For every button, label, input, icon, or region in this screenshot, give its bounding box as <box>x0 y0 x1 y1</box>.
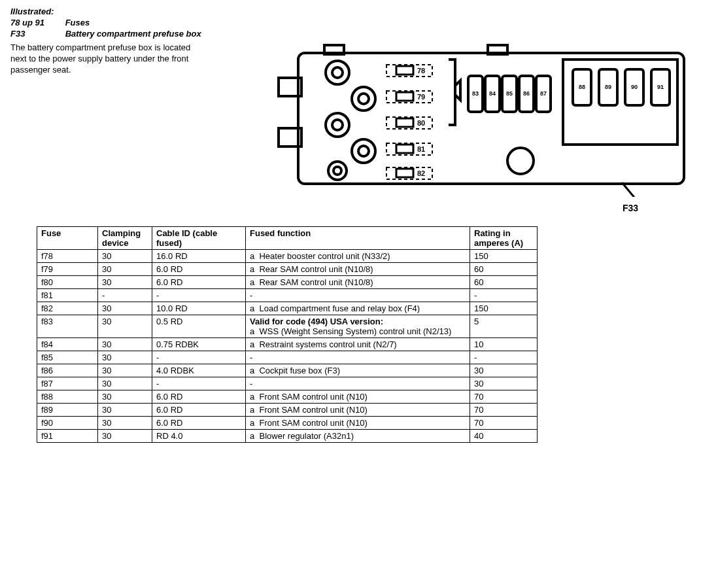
cell-rating: 70 <box>470 404 538 417</box>
svg-text:83: 83 <box>472 90 479 97</box>
cell-rating: 30 <box>470 364 538 377</box>
header-component-title: Battery compartment prefuse box <box>65 29 201 39</box>
cell-fuse: f86 <box>37 364 98 377</box>
svg-point-8 <box>358 94 369 104</box>
svg-point-5 <box>326 61 349 84</box>
cell-func: Front SAM control unit (N10) <box>246 404 470 417</box>
table-row: f88306.0 RDFront SAM control unit (N10)7… <box>37 390 538 404</box>
table-row: f823010.0 RDLoad compartment fuse and re… <box>37 302 538 315</box>
cell-clamp: 30 <box>98 417 152 430</box>
cell-cable: 6.0 RD <box>152 263 246 276</box>
cell-clamp: 30 <box>98 315 152 338</box>
cell-clamp: 30 <box>98 276 152 289</box>
cell-func: Blower regulator (A32n1) <box>246 430 470 443</box>
cell-clamp: - <box>98 289 152 302</box>
th-clamp: Clamping device <box>98 227 152 250</box>
table-row: f8730--30 <box>37 377 538 390</box>
cell-func: Valid for code (494) USA version:WSS (We… <box>246 315 470 338</box>
cell-clamp: 30 <box>98 263 152 276</box>
cell-rating: 60 <box>470 276 538 289</box>
table-row: f9130RD 4.0Blower regulator (A32n1)40 <box>37 430 538 443</box>
svg-point-10 <box>332 120 343 130</box>
svg-text:80: 80 <box>417 119 425 127</box>
header-illustrated: Illustrated: <box>10 7 691 16</box>
cell-clamp: 30 <box>98 377 152 390</box>
table-row: f8530--- <box>37 351 538 364</box>
table-row: f89306.0 RDFront SAM control unit (N10)7… <box>37 404 538 417</box>
cell-clamp: 30 <box>98 302 152 315</box>
cell-clamp: 30 <box>98 351 152 364</box>
cell-func: Front SAM control unit (N10) <box>246 417 470 430</box>
svg-point-6 <box>332 67 343 78</box>
cell-rating: - <box>470 289 538 302</box>
table-header-row: Fuse Clamping device Cable ID (cable fus… <box>37 227 538 250</box>
svg-rect-40 <box>563 60 677 145</box>
th-rating: Rating in amperes (A) <box>470 227 538 250</box>
svg-point-13 <box>328 162 347 180</box>
cell-cable: 6.0 RD <box>152 390 246 404</box>
svg-text:81: 81 <box>417 145 425 153</box>
cell-fuse: f83 <box>37 315 98 338</box>
table-row: f81---- <box>37 289 538 302</box>
cell-fuse: f87 <box>37 377 98 390</box>
svg-text:86: 86 <box>523 90 530 97</box>
header-range: 78 up 91 Fuses <box>10 18 691 27</box>
cell-func: Front SAM control unit (N10) <box>246 390 470 404</box>
svg-text:85: 85 <box>506 90 513 97</box>
cell-func: Cockpit fuse box (F3) <box>246 364 470 377</box>
cell-rating: 5 <box>470 315 538 338</box>
svg-text:82: 82 <box>417 169 425 177</box>
th-fuse: Fuse <box>37 227 98 250</box>
cell-cable: 6.0 RD <box>152 276 246 289</box>
cell-rating: - <box>470 351 538 364</box>
cell-clamp: 30 <box>98 364 152 377</box>
table-row: f83300.5 RDValid for code (494) USA vers… <box>37 315 538 338</box>
svg-rect-25 <box>396 145 413 153</box>
cell-cable: - <box>152 377 246 390</box>
th-func: Fused function <box>246 227 470 250</box>
table-row: f79306.0 RDRear SAM control unit (N10/8)… <box>37 263 538 276</box>
cell-func: Restraint systems control unit (N2/7) <box>246 338 470 351</box>
cell-func: Heater booster control unit (N33/2) <box>246 250 470 263</box>
svg-rect-28 <box>396 169 413 177</box>
svg-text:84: 84 <box>489 90 496 97</box>
svg-point-11 <box>352 139 375 163</box>
cell-fuse: f84 <box>37 338 98 351</box>
cell-fuse: f91 <box>37 430 98 443</box>
svg-rect-19 <box>396 92 413 101</box>
th-cable: Cable ID (cable fused) <box>152 227 246 250</box>
svg-text:89: 89 <box>605 84 611 90</box>
cell-cable: RD 4.0 <box>152 430 246 443</box>
cell-cable: 6.0 RD <box>152 404 246 417</box>
svg-point-49 <box>507 148 534 174</box>
fusebox-diagram: 78 79 80 81 82 83 84 85 86 <box>272 40 691 197</box>
cell-fuse: f90 <box>37 417 98 430</box>
cell-func: - <box>246 351 470 364</box>
cell-cable: 0.75 RDBK <box>152 338 246 351</box>
cell-cable: 0.5 RD <box>152 315 246 338</box>
svg-text:88: 88 <box>579 84 585 90</box>
cell-fuse: f80 <box>37 276 98 289</box>
header-range-title: Fuses <box>65 18 90 27</box>
cell-rating: 30 <box>470 377 538 390</box>
table-row: f84300.75 RDBKRestraint systems control … <box>37 338 538 351</box>
header-component: F33 Battery compartment prefuse box <box>10 29 691 39</box>
cell-cable: 16.0 RD <box>152 250 246 263</box>
cell-rating: 70 <box>470 417 538 430</box>
cell-cable: 10.0 RD <box>152 302 246 315</box>
svg-point-7 <box>352 87 375 111</box>
cell-func: - <box>246 377 470 390</box>
cell-func: Load compartment fuse and relay box (F4) <box>246 302 470 315</box>
cell-fuse: f78 <box>37 250 98 263</box>
cell-func: Rear SAM control unit (N10/8) <box>246 276 470 289</box>
cell-clamp: 30 <box>98 404 152 417</box>
svg-text:90: 90 <box>631 84 638 90</box>
cell-rating: 150 <box>470 250 538 263</box>
svg-rect-16 <box>396 66 413 75</box>
svg-text:79: 79 <box>417 93 425 101</box>
cell-fuse: f89 <box>37 404 98 417</box>
cell-fuse: f88 <box>37 390 98 404</box>
table-row: f80306.0 RDRear SAM control unit (N10/8)… <box>37 276 538 289</box>
svg-point-14 <box>333 167 341 175</box>
cell-rating: 10 <box>470 338 538 351</box>
